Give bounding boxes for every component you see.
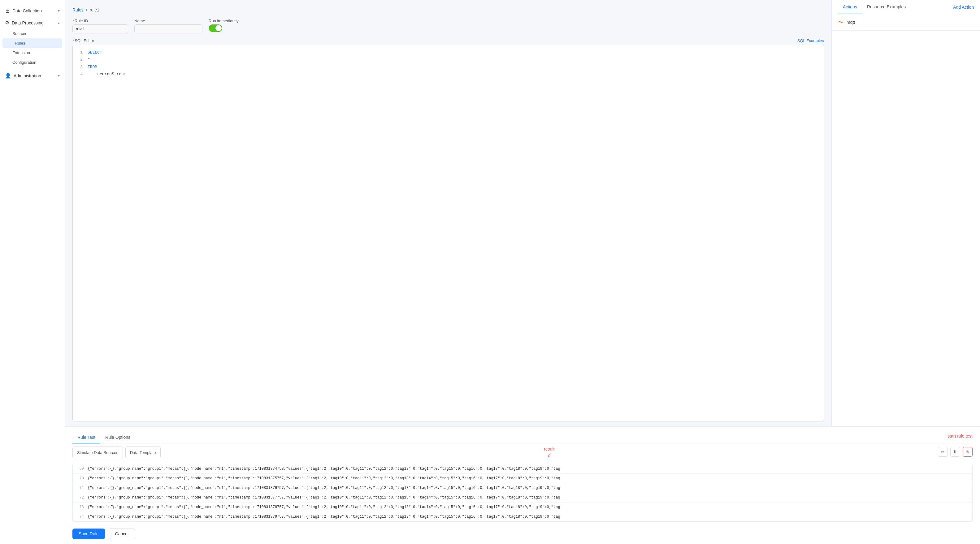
sql-examples-button[interactable]: SQL Examples	[797, 38, 824, 43]
sql-line-3: 3 FROM	[76, 64, 820, 70]
sidebar-item-configuration[interactable]: Configuration	[0, 57, 65, 67]
simulate-area: Simulate Data Sources Data Template resu…	[72, 447, 972, 458]
sql-line-1: 1 SELECT	[76, 49, 820, 56]
settings-icon-button[interactable]: ✳	[963, 447, 972, 457]
row-number: 71	[76, 486, 84, 490]
start-rule-test-button[interactable]: start rule test	[948, 434, 972, 442]
table-row: 69 {"errors":{},"group_name":"group1","m…	[73, 464, 972, 474]
cancel-button[interactable]: Cancel	[109, 528, 135, 539]
table-row: 72 {"errors":{},"group_name":"group1","m…	[73, 493, 972, 503]
sidebar-item-sources[interactable]: Sources	[0, 29, 65, 38]
sidebar-item-data-processing[interactable]: ⚙ Data Processing ▴	[0, 17, 65, 29]
chevron-down-icon: ▾	[58, 9, 60, 13]
row-number: 69	[76, 467, 84, 471]
bottom-tabs: Rule Test Rule Options start rule test	[72, 432, 972, 444]
tab-rule-test[interactable]: Rule Test	[72, 432, 100, 444]
bottom-section: Rule Test Rule Options start rule test S…	[65, 426, 980, 544]
breadcrumb-separator: /	[86, 8, 87, 13]
row-content: {"errors":{},"group_name":"group1","meta…	[88, 467, 560, 471]
chevron-down-icon-admin: ▾	[58, 74, 60, 78]
footer-buttons: Save Rule Cancel	[72, 525, 972, 539]
mqtt-icon: 〜	[838, 19, 843, 26]
result-label: result ↙	[544, 447, 554, 458]
result-icons: ✏ ⏸ ✳	[938, 447, 972, 457]
result-rows: 69 {"errors":{},"group_name":"group1","m…	[72, 464, 972, 522]
name-input[interactable]	[134, 24, 202, 33]
data-template-button[interactable]: Data Template	[126, 447, 161, 458]
sidebar-item-rules[interactable]: Rules	[3, 38, 62, 48]
run-immediately-group: Run immediately	[208, 19, 239, 32]
rules-label: Rules	[15, 41, 25, 46]
sidebar-item-data-collection[interactable]: 🗄 Data Collection ▾	[0, 5, 65, 17]
row-number: 70	[76, 476, 84, 480]
clear-icon-button[interactable]: ✏	[938, 447, 948, 457]
row-number: 72	[76, 495, 84, 500]
add-action-button[interactable]: Add Action	[953, 0, 974, 14]
chevron-up-icon: ▴	[58, 21, 60, 25]
table-row: 74 {"errors":{},"group_name":"group1","m…	[73, 512, 972, 522]
configuration-label: Configuration	[13, 60, 36, 65]
row-number: 73	[76, 505, 84, 509]
action-mqtt-name: mqtt	[846, 20, 855, 25]
sidebar-data-collection-label: Data Collection	[13, 8, 56, 13]
rule-id-label: *Rule ID	[72, 19, 128, 23]
table-row: 70 {"errors":{},"group_name":"group1","m…	[73, 474, 972, 484]
run-immediately-toggle[interactable]	[208, 24, 222, 32]
rule-id-group: *Rule ID	[72, 19, 128, 33]
row-content: {"errors":{},"group_name":"group1","meta…	[88, 515, 560, 519]
right-panel: Actions Resuorce Examples Add Action 〜 m…	[831, 0, 980, 426]
breadcrumb: Rules / rule1	[72, 8, 824, 13]
save-rule-button[interactable]: Save Rule	[72, 528, 105, 539]
fields-row: *Rule ID Name Run immediately	[72, 19, 824, 33]
action-item-mqtt: 〜 mqtt	[832, 14, 980, 31]
breadcrumb-current: rule1	[90, 8, 99, 13]
admin-icon: 👤	[5, 73, 11, 79]
sidebar-administration-label: Administration	[14, 73, 56, 78]
row-content: {"errors":{},"group_name":"group1","meta…	[88, 495, 560, 500]
main-content: Rules / rule1 *Rule ID Name Run immediat…	[65, 0, 980, 544]
sidebar: 🗄 Data Collection ▾ ⚙ Data Processing ▴ …	[0, 0, 65, 544]
breadcrumb-parent[interactable]: Rules	[72, 8, 84, 13]
sql-editor-label-row: *SQL Editor SQL Examples	[72, 38, 824, 43]
sql-editor[interactable]: 1 SELECT 2 * 3 FROM 4 neuronStream	[72, 45, 824, 422]
form-area: Rules / rule1 *Rule ID Name Run immediat…	[65, 0, 831, 426]
simulate-data-sources-button[interactable]: Simulate Data Sources	[72, 447, 123, 458]
processing-icon: ⚙	[5, 20, 9, 26]
row-content: {"errors":{},"group_name":"group1","meta…	[88, 486, 560, 490]
row-content: {"errors":{},"group_name":"group1","meta…	[88, 476, 560, 480]
rule-id-input[interactable]	[72, 24, 128, 33]
name-label: Name	[134, 19, 202, 23]
row-content: {"errors":{},"group_name":"group1","meta…	[88, 505, 560, 509]
tab-resource-examples[interactable]: Resuorce Examples	[862, 0, 911, 14]
sql-editor-label-text: *SQL Editor	[72, 38, 94, 43]
sidebar-item-extension[interactable]: Extension	[0, 48, 65, 57]
sources-label: Sources	[13, 31, 27, 36]
database-icon: 🗄	[5, 8, 10, 14]
run-immediately-label: Run immediately	[208, 19, 239, 23]
sidebar-item-administration[interactable]: 👤 Administration ▾	[0, 70, 65, 82]
result-arrow-icon: ↙	[547, 452, 552, 458]
sidebar-data-processing-label: Data Processing	[12, 21, 56, 25]
sql-line-4: 4 neuronStream	[76, 70, 820, 78]
right-panel-tabs: Actions Resuorce Examples Add Action	[832, 0, 980, 14]
tab-actions[interactable]: Actions	[838, 0, 862, 14]
extension-label: Extension	[13, 51, 30, 55]
table-row: 71 {"errors":{},"group_name":"group1","m…	[73, 484, 972, 493]
tab-rule-options[interactable]: Rule Options	[100, 432, 135, 444]
row-number: 74	[76, 515, 84, 519]
top-section: Rules / rule1 *Rule ID Name Run immediat…	[65, 0, 980, 426]
table-row: 73 {"errors":{},"group_name":"group1","m…	[73, 503, 972, 512]
sql-line-2: 2 *	[76, 56, 820, 63]
pause-icon-button[interactable]: ⏸	[950, 447, 960, 457]
name-group: Name	[134, 19, 202, 33]
